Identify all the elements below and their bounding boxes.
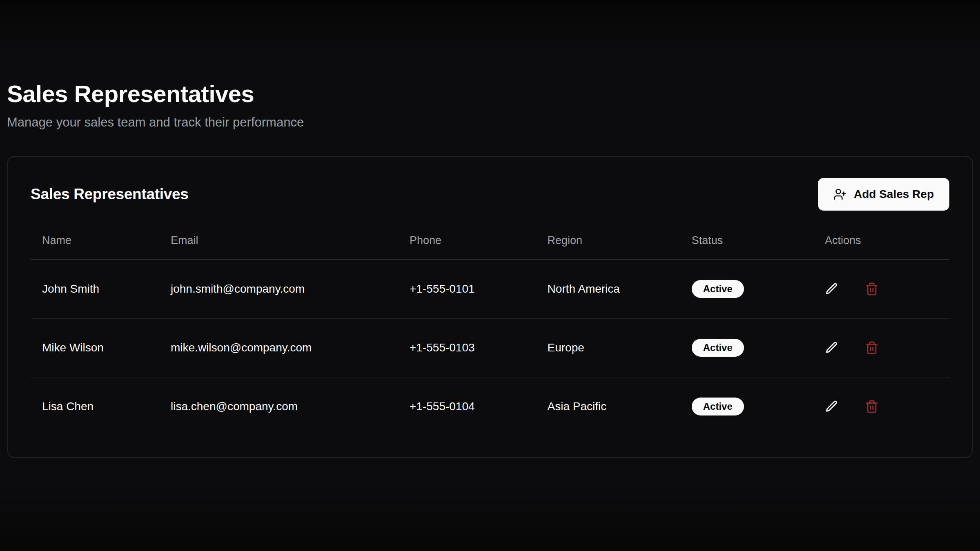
card-title: Sales Representatives bbox=[31, 186, 189, 203]
cell-name: Lisa Chen bbox=[31, 377, 159, 436]
column-header-status: Status bbox=[680, 234, 813, 260]
pencil-icon bbox=[825, 282, 839, 296]
cell-phone: +1-555-0103 bbox=[398, 318, 536, 377]
page-title: Sales Representatives bbox=[7, 81, 973, 107]
edit-button[interactable] bbox=[825, 400, 839, 413]
cell-region: Europe bbox=[536, 318, 680, 377]
table-header-row: Name Email Phone Region Status Actions bbox=[31, 234, 949, 260]
add-sales-rep-button[interactable]: Add Sales Rep bbox=[818, 178, 949, 211]
delete-button[interactable] bbox=[865, 341, 879, 355]
cell-actions bbox=[813, 260, 949, 318]
cell-region: North America bbox=[536, 260, 680, 318]
trash-icon bbox=[865, 282, 879, 296]
column-header-region: Region bbox=[536, 234, 680, 260]
edit-button[interactable] bbox=[825, 341, 839, 355]
cell-name: Mike Wilson bbox=[31, 318, 159, 377]
cell-actions bbox=[813, 377, 949, 436]
table-row: Mike Wilson mike.wilson@company.com +1-5… bbox=[31, 318, 949, 377]
cell-status: Active bbox=[680, 260, 813, 318]
cell-phone: +1-555-0101 bbox=[398, 260, 536, 318]
column-header-actions: Actions bbox=[813, 234, 949, 260]
pencil-icon bbox=[825, 341, 839, 355]
card-header: Sales Representatives Add Sales Rep bbox=[31, 178, 949, 211]
trash-icon bbox=[865, 400, 879, 413]
table-row: John Smith john.smith@company.com +1-555… bbox=[31, 260, 949, 318]
cell-status: Active bbox=[680, 318, 813, 377]
cell-status: Active bbox=[680, 377, 813, 436]
cell-email: mike.wilson@company.com bbox=[159, 318, 398, 377]
cell-email: john.smith@company.com bbox=[159, 260, 398, 318]
edit-button[interactable] bbox=[825, 282, 839, 296]
cell-actions bbox=[813, 318, 949, 377]
sales-reps-card: Sales Representatives Add Sales Rep bbox=[7, 156, 973, 458]
status-badge: Active bbox=[692, 339, 744, 357]
add-sales-rep-button-label: Add Sales Rep bbox=[854, 188, 934, 201]
pencil-icon bbox=[825, 400, 839, 413]
cell-phone: +1-555-0104 bbox=[398, 377, 536, 436]
delete-button[interactable] bbox=[865, 400, 879, 413]
column-header-phone: Phone bbox=[398, 234, 536, 260]
delete-button[interactable] bbox=[865, 282, 879, 296]
table-row: Lisa Chen lisa.chen@company.com +1-555-0… bbox=[31, 377, 949, 436]
column-header-name: Name bbox=[31, 234, 159, 260]
cell-name: John Smith bbox=[31, 260, 159, 318]
sales-reps-table: Name Email Phone Region Status Actions J… bbox=[31, 234, 949, 436]
status-badge: Active bbox=[692, 280, 744, 298]
cell-region: Asia Pacific bbox=[536, 377, 680, 436]
page: Sales Representatives Manage your sales … bbox=[0, 0, 980, 551]
trash-icon bbox=[865, 341, 879, 355]
user-plus-icon bbox=[833, 188, 846, 201]
cell-email: lisa.chen@company.com bbox=[159, 377, 398, 436]
page-subtitle: Manage your sales team and track their p… bbox=[7, 115, 973, 130]
status-badge: Active bbox=[692, 398, 744, 415]
column-header-email: Email bbox=[159, 234, 398, 260]
